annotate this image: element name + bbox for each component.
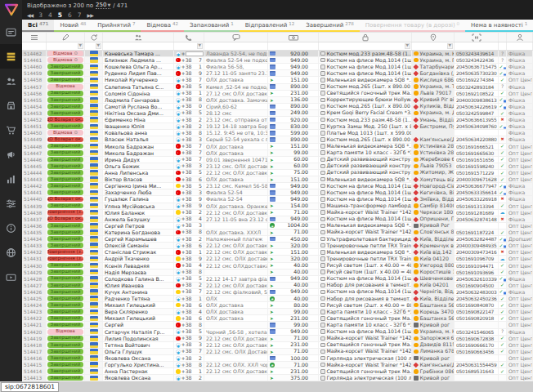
order-row-514440[interactable]: 514440ДО Возврат ок...Гуцалюк Галина+389… bbox=[22, 196, 533, 203]
tab-nema-v-naiavnosti[interactable]: Нема в наявності1 bbox=[465, 20, 533, 32]
col-header-total[interactable] bbox=[268, 33, 319, 42]
order-row-514449[interactable]: 514449ДО Возврат ок...Власюк Наталья+383… bbox=[22, 136, 533, 143]
sidebar-item-web[interactable] bbox=[0, 240, 22, 265]
order-row-514450[interactable]: 514450Відмова⊙Ковальова анна+38815.12. 9… bbox=[22, 130, 533, 136]
phone-edit-box[interactable] bbox=[186, 51, 204, 57]
order-row-514427[interactable]: 514427ЗавершенийЮлия Иванова+38222.12 см… bbox=[22, 283, 533, 289]
order-row-514441[interactable]: 514441ЗавершенийЗахарченко Люба+383Фиалк… bbox=[22, 189, 533, 196]
order-row-514451[interactable]: 514451ЗавершенийІващенко Юлія+38219.12 1… bbox=[22, 123, 533, 130]
order-row-514444[interactable]: 514444ЗавершенийАнна Липенська+38522.12 … bbox=[22, 170, 533, 176]
sidebar-item-video[interactable] bbox=[0, 265, 22, 289]
order-row-514445[interactable]: 514445ЗавершенийОльга Божик+38323.12 смс… bbox=[22, 163, 533, 170]
order-row-514415[interactable]: 514415ЗавершенийГоргулько Христина...+38… bbox=[22, 362, 533, 368]
order-row-514431[interactable]: 514431Повернення (з...Андрій Ткаченко+38… bbox=[22, 256, 533, 262]
order-row-514443[interactable]: 514443ЗавершенийВіктор Власов+386ОЛХ дос… bbox=[22, 176, 533, 183]
order-row-514434[interactable]: 514434ЗавершенийСергей Карамышев+382Нало… bbox=[22, 236, 533, 243]
order-row-514455[interactable]: 514455ЗавершенийЛюдмила Гончарова+388ОЛХ… bbox=[22, 97, 533, 104]
order-row-514424[interactable]: 514424ЗавершенийМихаил Гилецький+386ОЛХ … bbox=[22, 302, 533, 309]
order-row-514439[interactable]: 514439ЗавершенийУляна Мусійовська+389ОЛХ… bbox=[22, 203, 533, 210]
order-row-514429[interactable]: 514429ЗавершенийНадія Мерзаєва+38840.00Р… bbox=[22, 270, 533, 276]
order-row-514458[interactable]: 514458ЗавершенийНиколай Кучеренко+387ОЛХ… bbox=[22, 77, 533, 83]
order-row-514438[interactable]: 514438Повернення (з...Юлия Баланюк+38222… bbox=[22, 210, 533, 216]
order-row-514462[interactable]: 514462Відмова⊙Каневська Тамара ...+381Ла… bbox=[22, 51, 533, 57]
order-row-514419[interactable]: 514419ЗавершенийЛилия Подолинская+38922.… bbox=[22, 336, 533, 342]
order-row-514459[interactable]: 514459ЗавершенийРуденко Лидия Пав...+389… bbox=[22, 70, 533, 77]
tab-zavershenyi[interactable]: Завершений278 bbox=[300, 20, 360, 32]
order-row-514426[interactable]: 514426ЗавершенийКучук Антонина+38722.12 … bbox=[22, 289, 533, 296]
sidebar-item-settings[interactable] bbox=[0, 191, 22, 216]
filter-dropdown-button[interactable]: ▼ bbox=[78, 43, 83, 49]
order-row-514453[interactable]: 514453ЗавершенийНікітіна Оксана Дми...+3… bbox=[22, 110, 533, 117]
tab-pryiniatyi[interactable]: Прийнятий7 bbox=[92, 20, 141, 32]
tab-povernennia-v-dorozi[interactable]: Повернення товару (в дорозі)0 bbox=[360, 20, 465, 32]
col-header-product[interactable] bbox=[319, 33, 412, 42]
sidebar-item-info[interactable] bbox=[0, 216, 22, 240]
col-header-manager[interactable] bbox=[507, 33, 533, 42]
col-header-id[interactable] bbox=[22, 33, 47, 42]
col-header-status[interactable] bbox=[47, 33, 85, 42]
col-header-comment[interactable] bbox=[204, 33, 268, 42]
order-row-514433[interactable]: 514433ЗавершенийОлексій Семанін+38622.12… bbox=[22, 243, 533, 249]
filter-dropdown-button[interactable]: ▼ bbox=[405, 43, 410, 49]
order-row-514437[interactable]: 514437ДО Возврат ок...Анжела Безушку+384… bbox=[22, 216, 533, 223]
order-row-514416[interactable]: 514416ЗавершенийЯковлева Оксана+382100.0… bbox=[22, 355, 533, 362]
page-number-7[interactable]: 7 bbox=[78, 11, 82, 19]
order-row-514430[interactable]: 514430ЗавершенийКсенія Левадняя+38422.12… bbox=[22, 263, 533, 270]
order-row-514447[interactable]: 514447ЗавершенийМикола Бадражан+387ОЛХ д… bbox=[22, 150, 533, 157]
order-row-514425[interactable]: 514425ЗавершенийРадченко Тетяна+381ОЛХ40… bbox=[22, 296, 533, 302]
order-row-514414[interactable]: 514414ЗавершенийАнна Пастернак+38122.12 … bbox=[22, 368, 533, 375]
order-row-514417[interactable]: 514417ЗавершенийОльга Глущук+38722.12 см… bbox=[22, 349, 533, 355]
order-row-514461[interactable]: 514461Відмова⊙Близнюк Людмила ...+387Фиа… bbox=[22, 57, 533, 64]
last-page-button[interactable]: ▶▶ bbox=[87, 12, 93, 18]
col-header-address[interactable] bbox=[412, 33, 455, 42]
filter-dropdown-button[interactable]: ▼ bbox=[96, 43, 101, 49]
order-row-514436[interactable]: 514436ЗавершенийСергей Петров+3831004.00… bbox=[22, 223, 533, 229]
sidebar-item-orders[interactable] bbox=[0, 44, 22, 69]
page-number-3[interactable]: 3 bbox=[38, 11, 43, 19]
sidebar-item-clients[interactable] bbox=[0, 69, 22, 93]
order-row-514418[interactable]: 514418ЗавершенийТетяна Войтович+38322.12… bbox=[22, 342, 533, 349]
order-row-514457[interactable]: 514457ВідмоваСалепина Татьяна С...+385Ке… bbox=[22, 84, 533, 91]
order-row-514428[interactable]: 514428ЗавершенийСолодкова Галина В...+38… bbox=[22, 276, 533, 283]
sip-call-indicator[interactable]: sip:0672818601 bbox=[1, 382, 59, 392]
order-row-514452[interactable]: 514452ДО Возврат ок...Єфименко Ніна+3822… bbox=[22, 117, 533, 123]
order-row-514420[interactable]: 514420ВідмоваСитарчук Наталія Гр...+385Ч… bbox=[22, 329, 533, 336]
order-row-514448[interactable]: 514448ЗавершенийМикола Бадражан+387ОЛХ д… bbox=[22, 144, 533, 150]
app-logo[interactable] bbox=[0, 0, 22, 20]
page-number-6[interactable]: 6 bbox=[68, 11, 72, 19]
page-number-4[interactable]: 4 bbox=[48, 11, 52, 19]
sidebar-item-purchases[interactable] bbox=[0, 118, 22, 142]
tab-zapakovanyi[interactable]: Запакований1 bbox=[184, 20, 240, 32]
col-header-track-status[interactable] bbox=[499, 33, 507, 42]
order-row-514413[interactable]: 514413ЗавершенийЯковлева Оксана+382375.0… bbox=[22, 375, 533, 381]
order-row-514460[interactable]: 514460ЗавершенийКошелева Ольга Ар...+381… bbox=[22, 64, 533, 70]
order-row-514423[interactable]: 514423ЗавершенийВера Скляренко+384ОЛХ до… bbox=[22, 309, 533, 315]
filter-dropdown-button[interactable]: ▼ bbox=[197, 43, 203, 49]
tab-vidpravlenyi[interactable]: Відправлений12 bbox=[240, 20, 300, 32]
tab-novyi[interactable]: Новий48 bbox=[54, 20, 92, 32]
order-row-514435[interactable]: 514435ЗавершенийКатерина Богданова+388ОЛ… bbox=[22, 229, 533, 236]
tab-vidmova[interactable]: Відмова42 bbox=[141, 20, 184, 32]
product-icon bbox=[320, 111, 325, 116]
order-row-514421[interactable]: 514421ЗавершенийСергей+38899.00Карта пам… bbox=[22, 322, 533, 328]
order-row-514446[interactable]: 514446ЗавершенийИрина Дидух+38709.01 зве… bbox=[22, 157, 533, 163]
order-row-514456[interactable]: 514456ЗавершенийСоломія Сідоніна+38127.1… bbox=[22, 91, 533, 97]
order-row-514454[interactable]: 514454ЗавершенийСамотій Руслана Во...+38… bbox=[22, 104, 533, 110]
col-header-country[interactable] bbox=[85, 33, 103, 42]
page-number-5[interactable]: 5 bbox=[58, 11, 62, 19]
first-page-button[interactable]: ◀◀ bbox=[27, 12, 33, 18]
tab-vsi[interactable]: Всі471 bbox=[22, 20, 54, 32]
product-name: Костюм мод.265 (1шт. х 890.00 ... bbox=[327, 136, 413, 143]
order-row-514422[interactable]: 514422ЗавершенийМихаил Гилецький+386ОЛХ … bbox=[22, 315, 533, 322]
col-header-client[interactable] bbox=[103, 33, 174, 42]
page-size-dropdown[interactable]: 250▼ bbox=[96, 2, 110, 9]
sidebar-item-store[interactable] bbox=[0, 93, 22, 118]
sidebar-item-marketing[interactable] bbox=[0, 142, 22, 167]
order-row-514432[interactable]: 514432Повернення (з...Станіслав Стрижак+… bbox=[22, 249, 533, 256]
sidebar-item-dashboard[interactable] bbox=[0, 20, 22, 44]
filter-dropdown-button[interactable]: ▼ bbox=[447, 43, 453, 49]
col-header-tracking[interactable] bbox=[455, 33, 499, 42]
order-row-514442[interactable]: 514442ЗавершенийСергіенко Ірина Ми...+38… bbox=[22, 183, 533, 189]
col-header-phone[interactable] bbox=[174, 33, 204, 42]
sidebar-item-statistics[interactable] bbox=[0, 167, 22, 191]
